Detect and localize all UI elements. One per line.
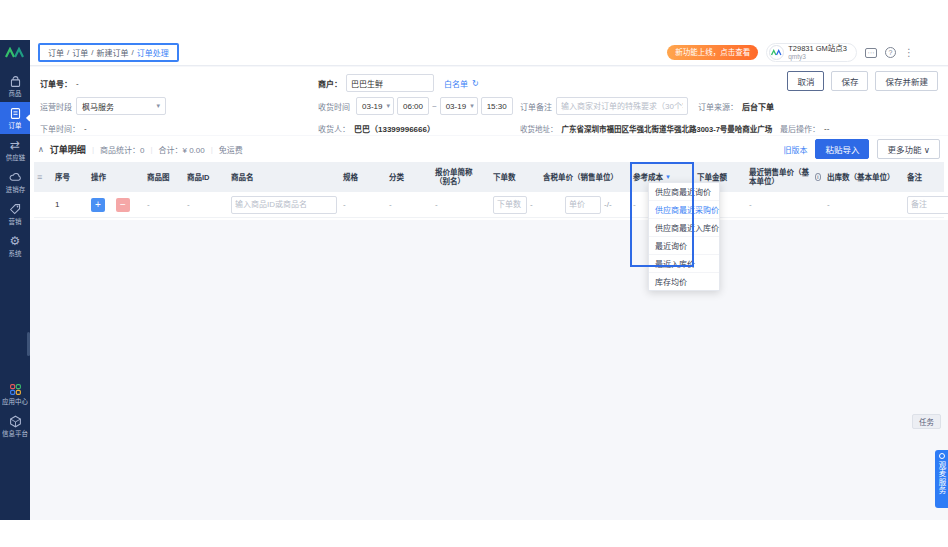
user-name: T29831 GM站点3 — [788, 45, 847, 53]
col-order-qty: 下单数 — [490, 162, 540, 192]
col-actions: 操作 — [88, 162, 144, 192]
merchant-field: 商户： 白名单 ↻ — [318, 74, 479, 92]
receiver-value: 巴巴（13399996666） — [354, 123, 435, 134]
old-version-link[interactable]: 旧版本 — [783, 144, 807, 155]
dropdown-item[interactable]: 供应商最近询价 — [649, 183, 719, 201]
date-start-value: 03-19 — [362, 102, 382, 111]
app-center-icon — [9, 383, 22, 396]
place-time-label: 下单时间： — [40, 123, 80, 134]
collapse-caret-icon[interactable]: ∧ — [38, 145, 44, 154]
merchant-label: 商户： — [318, 78, 342, 89]
add-row-button[interactable]: + — [91, 198, 105, 212]
order-total: 合计：¥ 0.00 — [158, 144, 204, 155]
goods-count: 商品统计：0 — [100, 144, 144, 155]
sidebar-item-info-platform[interactable]: 信息平台 — [0, 410, 30, 442]
sidebar-item-inventory[interactable]: 进销存 — [0, 166, 30, 198]
sidebar-item-label: 订单 — [9, 122, 22, 129]
address-field: 收货地址： 广东省深圳市福田区华强北街道华强北路3003-7号曼哈商业广场 — [520, 119, 772, 137]
receive-date-start-select[interactable]: 03-19 ▾ — [356, 97, 394, 115]
col-index: 序号 — [52, 162, 88, 192]
more-vertical-icon[interactable]: ⋮ — [904, 48, 914, 58]
items-table: ≡ 序号 操作 商品图 商品ID 商品名 规格 分类 报价单简称（别名） 下单数… — [34, 162, 944, 218]
cell-spec: - — [340, 192, 386, 217]
chevron-down-icon: ▾ — [156, 102, 160, 110]
receiver-label: 收货人： — [318, 123, 350, 134]
details-toolbar: 旧版本 粘贴导入 更多功能 ∨ — [783, 139, 940, 159]
merchant-input[interactable] — [346, 74, 434, 92]
receive-time-field: 收货时间 03-19 ▾ 06:00 ~ 03-19 ▾ 15:30 — [318, 97, 513, 115]
table-header-row: ≡ 序号 操作 商品图 商品ID 商品名 规格 分类 报价单简称（别名） 下单数… — [34, 162, 944, 192]
date-end-value: 03-19 — [446, 102, 466, 111]
sidebar-item-app-center[interactable]: 应用中心 — [0, 378, 30, 410]
product-name-input[interactable] — [231, 196, 337, 214]
service-period-value: 枫马服务 — [82, 101, 114, 112]
save-button[interactable]: 保存 — [831, 71, 868, 91]
help-icon[interactable]: ? — [885, 47, 896, 58]
service-period-select[interactable]: 枫马服务 ▾ — [76, 97, 166, 115]
dropdown-item-selected[interactable]: 供应商最近采购价 — [649, 201, 719, 219]
whitelist-link[interactable]: 白名单 — [444, 78, 468, 89]
order-remark-input[interactable] — [556, 97, 688, 115]
info-platform-cube-icon — [9, 415, 22, 428]
dropdown-item[interactable]: 最近入库价 — [649, 255, 719, 273]
user-subname: qmty3 — [788, 53, 847, 60]
last-operation-field: 最后操作： -- — [780, 119, 829, 137]
system-gear-icon: ⚙ — [10, 235, 21, 248]
task-pill[interactable]: 任务 — [912, 414, 941, 429]
cell-product-name — [228, 192, 340, 217]
col-remark: 备注 — [904, 162, 944, 192]
row-remark-input[interactable] — [907, 196, 948, 214]
main-area: 订单 / 订单 / 新建订单 / 订单处理 新功能上线，点击查看 — [30, 40, 948, 520]
unit-price-input[interactable] — [565, 196, 601, 214]
sidebar-item-marketing[interactable]: 营销 — [0, 198, 30, 230]
cell-taxed-price: -/- — [540, 192, 630, 217]
order-remark-label: 订单备注 — [520, 101, 552, 112]
chevron-down-icon: ▾ — [386, 102, 390, 110]
breadcrumb-current: 订单处理 — [137, 47, 169, 58]
app-logo — [5, 47, 25, 58]
service-side-tab[interactable]: 观麦服务 — [935, 450, 948, 508]
sidebar-item-system[interactable]: ⚙ 系统 — [0, 230, 30, 262]
app-window: 商品 订单 ⇄ 供应链 进销存 — [0, 40, 948, 520]
save-and-new-button[interactable]: 保存并新建 — [875, 71, 938, 91]
order-qty-input[interactable] — [493, 196, 527, 214]
col-spec: 规格 — [340, 162, 386, 192]
promo-badge[interactable]: 新功能上线，点击查看 — [667, 45, 758, 60]
sidebar-item-goods[interactable]: 商品 — [0, 70, 30, 102]
message-icon[interactable]: ⋯ — [865, 48, 877, 58]
order-source-value: 后台下单 — [742, 101, 774, 112]
cell-category: - — [386, 192, 432, 217]
more-features-button[interactable]: 更多功能 ∨ — [877, 139, 940, 159]
sidebar-item-label: 系统 — [9, 250, 22, 257]
breadcrumb-crumb[interactable]: 新建订单 — [96, 47, 128, 58]
drag-handle-icon[interactable]: ≡ — [37, 173, 42, 182]
order-details-section: ∧ 订单明细 | 商品统计：0 | 合计：¥ 0.00 | 免运费 旧版本 粘贴… — [30, 136, 948, 220]
sidebar-item-supply-chain[interactable]: ⇄ 供应链 — [0, 134, 30, 166]
paste-import-button[interactable]: 粘贴导入 — [815, 139, 869, 159]
dropdown-item[interactable]: 库存均价 — [649, 273, 719, 290]
customer-service-icon — [939, 453, 945, 459]
cancel-button[interactable]: 取消 — [787, 71, 824, 91]
cell-drag — [34, 192, 52, 217]
receive-time-end-input[interactable]: 15:30 — [481, 97, 513, 115]
sidebar: 商品 订单 ⇄ 供应链 进销存 — [0, 40, 30, 520]
order-no-value: - — [76, 79, 79, 88]
place-time-value: - — [84, 124, 87, 133]
receive-date-end-select[interactable]: 03-19 ▾ — [440, 97, 478, 115]
order-remark-field: 订单备注 — [520, 97, 688, 115]
breadcrumb-crumb[interactable]: 订单 — [72, 47, 88, 58]
breadcrumb: 订单 / 订单 / 新建订单 / 订单处理 — [38, 43, 179, 62]
topbar-right: 新功能上线，点击查看 T29831 GM站点3 qmty3 ⋯ ? ⋮ — [667, 43, 948, 62]
form-actions: 取消 保存 保存并新建 — [787, 72, 938, 90]
cell-recent-sale-price: - — [746, 192, 824, 217]
refresh-icon[interactable]: ↻ — [472, 79, 479, 88]
sidebar-item-orders[interactable]: 订单 — [0, 102, 30, 134]
user-chip[interactable]: T29831 GM站点3 qmty3 — [766, 43, 857, 62]
dropdown-item[interactable]: 供应商最近入库价 — [649, 219, 719, 237]
info-circle-icon[interactable]: i — [815, 173, 821, 181]
breadcrumb-crumb[interactable]: 订单 — [48, 47, 64, 58]
dropdown-item[interactable]: 最近询价 — [649, 237, 719, 255]
receive-time-start-input[interactable]: 06:00 — [397, 97, 429, 115]
remove-row-button[interactable]: − — [116, 198, 130, 212]
marketing-tag-icon — [9, 203, 22, 216]
